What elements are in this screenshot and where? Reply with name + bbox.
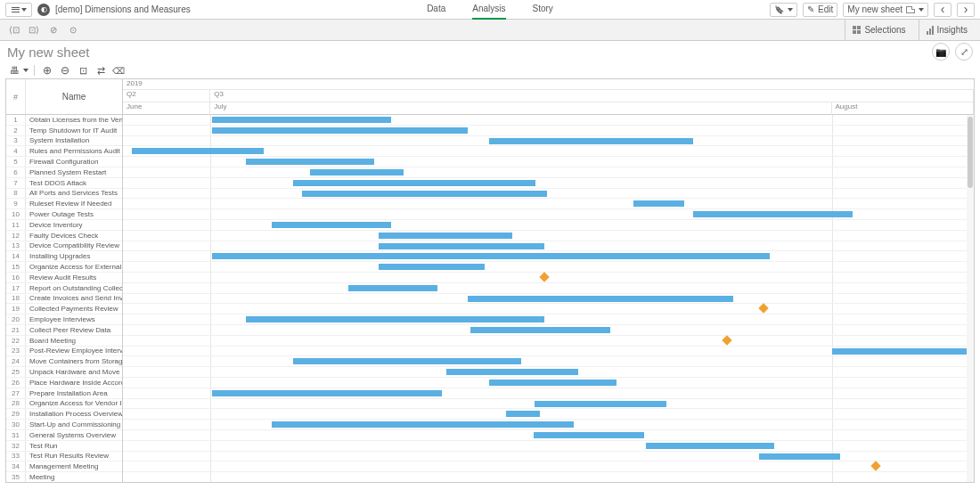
gantt-bar[interactable]: [310, 169, 404, 176]
task-row-track[interactable]: [123, 251, 974, 262]
task-row-track[interactable]: [123, 409, 974, 420]
task-row-label[interactable]: 32Test Run: [6, 441, 122, 452]
zoom-out-button[interactable]: [58, 64, 72, 77]
selections-button[interactable]: Selections: [845, 20, 912, 41]
task-row-label[interactable]: 34Management Meeting: [6, 461, 122, 472]
task-row-label[interactable]: 9Ruleset Review If Needed: [6, 199, 122, 209]
gantt-bar[interactable]: [132, 148, 264, 154]
task-row-label[interactable]: 28Organize Access for Vendor Installatio: [6, 399, 122, 410]
gantt-bar[interactable]: [212, 117, 391, 123]
task-row-track[interactable]: [123, 304, 974, 314]
zoom-in-button[interactable]: [40, 64, 54, 77]
snapshot-button[interactable]: [932, 43, 950, 61]
task-row-track[interactable]: [123, 356, 974, 367]
gantt-bar[interactable]: [272, 421, 574, 428]
gantt-bar[interactable]: [534, 432, 644, 438]
task-row-track[interactable]: [123, 262, 974, 273]
bookmark-button[interactable]: [770, 3, 797, 17]
gantt-bar[interactable]: [506, 411, 540, 417]
task-row-label[interactable]: 29Installation Process Overview: [6, 409, 122, 420]
task-row-label[interactable]: 4Rules and Permissions Audit: [6, 146, 122, 157]
task-row-track[interactable]: [123, 231, 974, 241]
task-row-track[interactable]: [123, 220, 974, 231]
gantt-bars-area[interactable]: [123, 115, 974, 482]
task-row-label[interactable]: 16Review Audit Results: [6, 273, 122, 283]
task-row-track[interactable]: [123, 146, 974, 157]
task-row-label[interactable]: 10Power Outage Tests: [6, 209, 122, 220]
gantt-milestone[interactable]: [722, 335, 731, 345]
task-row-label[interactable]: 33Test Run Results Review: [6, 452, 122, 462]
sheet-selector-button[interactable]: My new sheet: [843, 3, 928, 17]
task-row-track[interactable]: [123, 399, 974, 410]
task-row-track[interactable]: [123, 241, 974, 252]
column-header-num[interactable]: #: [6, 79, 26, 114]
task-row-track[interactable]: [123, 283, 974, 294]
task-row-label[interactable]: 2Temp Shutdown for IT Audit: [6, 126, 122, 136]
gantt-bar[interactable]: [693, 211, 853, 217]
gantt-bar[interactable]: [759, 453, 840, 460]
task-row-label[interactable]: 6Planned System Restart: [6, 167, 122, 178]
gantt-bar[interactable]: [212, 390, 442, 396]
main-menu-button[interactable]: [5, 3, 32, 17]
gantt-bar[interactable]: [832, 348, 974, 355]
task-row-label[interactable]: 8All Ports and Services Tests: [6, 189, 122, 200]
task-row-track[interactable]: [123, 189, 974, 200]
gantt-bar[interactable]: [470, 327, 611, 333]
scrollbar-thumb[interactable]: [968, 117, 973, 188]
task-row-track[interactable]: [123, 367, 974, 378]
task-row-track[interactable]: [123, 136, 974, 147]
gantt-bar[interactable]: [489, 380, 617, 386]
task-row-track[interactable]: [123, 441, 974, 452]
gantt-bar[interactable]: [489, 138, 693, 144]
task-row-track[interactable]: [123, 115, 974, 126]
task-row-label[interactable]: 23Post-Review Employee Interviews and: [6, 347, 122, 357]
task-row-track[interactable]: [123, 273, 974, 283]
gantt-bar[interactable]: [446, 369, 578, 375]
task-row-track[interactable]: [123, 209, 974, 220]
task-row-label[interactable]: 19Collected Payments Review: [6, 304, 122, 314]
task-row-label[interactable]: 25Unpack Hardware and Move Indoors: [6, 367, 122, 378]
smart-search-button[interactable]: ⊙: [64, 22, 82, 38]
task-row-track[interactable]: [123, 325, 974, 336]
task-row-label[interactable]: 15Organize Access for External Audit Te: [6, 262, 122, 273]
task-row-label[interactable]: 24Move Containers from Storage Facility: [6, 356, 122, 367]
edit-button[interactable]: Edit: [803, 3, 837, 17]
prev-sheet-button[interactable]: [934, 3, 951, 17]
gantt-bar[interactable]: [212, 127, 468, 134]
tab-analysis[interactable]: Analysis: [472, 0, 505, 20]
task-row-label[interactable]: 17Report on Outstanding Collections: [6, 283, 122, 294]
task-row-label[interactable]: 5Firewall Configuration: [6, 157, 122, 167]
gantt-bar[interactable]: [293, 358, 521, 364]
gantt-bar[interactable]: [468, 296, 733, 302]
next-sheet-button[interactable]: [957, 3, 975, 17]
task-row-label[interactable]: 22Board Meeting: [6, 336, 122, 347]
gantt-bar[interactable]: [246, 159, 373, 165]
step-forward-button[interactable]: ⊡⟩: [25, 22, 43, 38]
print-button[interactable]: [7, 64, 21, 77]
task-row-label[interactable]: 11Device Inventory: [6, 220, 122, 231]
task-row-label[interactable]: 26Place Hardware Inside According to In: [6, 378, 122, 388]
gantt-bar[interactable]: [302, 191, 547, 197]
task-row-track[interactable]: [123, 167, 974, 178]
task-row-track[interactable]: [123, 336, 974, 347]
task-row-label[interactable]: 13Device Compatibility Review: [6, 241, 122, 252]
task-row-track[interactable]: [123, 126, 974, 136]
task-row-label[interactable]: 7Test DDOS Attack: [6, 178, 122, 189]
task-row-label[interactable]: 21Collect Peer Review Data: [6, 325, 122, 336]
gantt-bar[interactable]: [633, 200, 684, 207]
gantt-bar[interactable]: [646, 443, 773, 449]
tab-data[interactable]: Data: [427, 0, 445, 20]
fullscreen-button[interactable]: [955, 43, 973, 61]
task-row-label[interactable]: 3System Installation: [6, 136, 122, 147]
vertical-scrollbar[interactable]: [967, 115, 974, 482]
task-row-label[interactable]: 18Create Invoices and Send Invoices: [6, 294, 122, 305]
task-row-track[interactable]: [123, 452, 974, 462]
task-row-label[interactable]: 20Employee Interviews: [6, 314, 122, 325]
gantt-bar[interactable]: [272, 222, 391, 228]
task-row-track[interactable]: [123, 347, 974, 357]
task-row-track[interactable]: [123, 157, 974, 167]
gantt-bar[interactable]: [379, 243, 544, 249]
gantt-bar[interactable]: [379, 233, 513, 239]
task-row-label[interactable]: 1Obtain Licenses from the Vendor: [6, 115, 122, 126]
task-row-track[interactable]: [123, 430, 974, 441]
